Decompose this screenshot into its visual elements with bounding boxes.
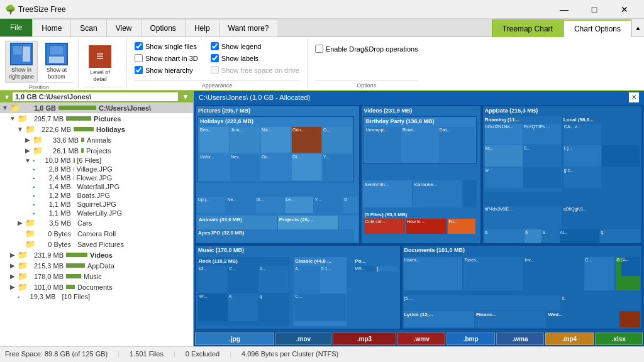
tab-options[interactable]: Options xyxy=(141,19,185,36)
enable-drag-drop-label[interactable]: Enable Drag&Drop operations xyxy=(326,45,418,53)
tm-karaoke[interactable]: Karaoke... xyxy=(413,180,462,208)
tm-ne[interactable]: Ne... xyxy=(226,197,254,213)
tree-item[interactable]: ▼ 📁 1,0 GB C:\Users\Jones\ xyxy=(0,102,193,113)
legend-wma[interactable]: .wma xyxy=(496,332,544,345)
tree-item[interactable]: ▼ ▪ 10,0 MB [6 Files] xyxy=(0,156,193,165)
tab-home[interactable]: Home xyxy=(32,19,70,36)
tm-apes[interactable]: ApesJPG (32,6 MB) xyxy=(197,229,354,243)
show-hierarchy-label[interactable]: Show hierarchy xyxy=(145,67,193,74)
tm-y[interactable]: Y... xyxy=(323,154,352,180)
tree-item[interactable]: ▼ 📁 222,6 MB Holidays xyxy=(0,124,193,134)
tree-item[interactable]: ▶ 📁 33,6 MB Animals xyxy=(0,134,193,145)
minimize-button[interactable]: — xyxy=(550,0,579,19)
tm-grin[interactable]: Grin... xyxy=(292,127,321,153)
show-single-files-label[interactable]: Show single files xyxy=(145,43,197,50)
tm-o[interactable]: O... xyxy=(323,127,352,153)
tree-item[interactable]: ▶ 📁 26,1 MB Projects xyxy=(0,145,193,156)
tm-nev[interactable]: Nev... xyxy=(230,154,260,180)
show-legend-label[interactable]: Show legend xyxy=(221,43,262,50)
tm-le[interactable]: Le... xyxy=(285,197,313,213)
legend-mp4[interactable]: .mp4 xyxy=(545,332,593,345)
tree-scroll-btn[interactable]: ▼ xyxy=(182,92,189,101)
tm-taxes[interactable]: Taxes... xyxy=(464,257,523,290)
tree-item[interactable]: ▶ 📁 215,3 MB AppData xyxy=(0,260,193,271)
tm-classic[interactable]: Classic (44,8 ... A... 5 1... C... xyxy=(294,257,347,326)
tm-g[interactable]: G... xyxy=(256,197,284,213)
tab-view[interactable]: View xyxy=(106,19,141,36)
tm-bea[interactable]: Bea... xyxy=(199,127,229,153)
tree-item[interactable]: ▪ 1,4 MB Waterfall.JPG xyxy=(0,182,193,191)
tree-item[interactable]: 📁 0 Bytes Saved Pictures xyxy=(0,239,193,250)
tree-item[interactable]: ▶ 📁 178,0 MB Music xyxy=(0,271,193,282)
show-hierarchy-checkbox[interactable] xyxy=(135,66,143,74)
ribbon-scroll-up[interactable]: ▲ xyxy=(631,19,644,36)
tab-treemap-chart[interactable]: Treemap Chart xyxy=(492,19,564,37)
tm-financ[interactable]: Financ... xyxy=(475,311,546,327)
show-in-right-pane-button[interactable]: Show inright pane xyxy=(5,41,38,82)
show-chart-3d-label[interactable]: Show chart in 3D xyxy=(145,55,198,62)
show-labels-label[interactable]: Show labels xyxy=(221,55,258,62)
close-button[interactable]: ✕ xyxy=(610,0,639,19)
tree-item[interactable]: ▪ 1,1 MB Squirrel.JPG xyxy=(0,200,193,209)
level-of-detail-button[interactable]: ≡ Level of detail xyxy=(84,43,116,85)
tree-item[interactable]: ▶ 📁 3,5 MB Cars xyxy=(0,217,193,228)
tree-item[interactable]: ▪ 1,2 MB Boats.JPG xyxy=(0,191,193,200)
tab-chart-options[interactable]: Chart Options xyxy=(564,19,631,37)
tree-item[interactable]: ▼ 📁 295,7 MB Pictures xyxy=(0,113,193,124)
tm-birthday[interactable]: Birthday Party (136,6 MB) Unwrappi... Bl… xyxy=(363,116,477,164)
tab-scan[interactable]: Scan xyxy=(70,19,106,36)
tm-rock[interactable]: Rock (110,2 MB) k3... C... J... Ψr... K … xyxy=(197,257,289,326)
tm-d[interactable]: D xyxy=(343,197,358,213)
tm-insura[interactable]: Insura... xyxy=(404,257,463,290)
tm-music[interactable]: Music (178,0 MB) Rock (110,2 MB) k3... C… xyxy=(195,244,401,330)
enable-drag-drop-checkbox[interactable] xyxy=(315,45,323,53)
legend-wmv[interactable]: .wmv xyxy=(397,332,445,345)
tree-item[interactable]: ▪ 19,3 MB [10 Files] xyxy=(0,292,193,301)
legend-mp3[interactable]: .mp3 xyxy=(333,332,396,345)
maximize-button[interactable]: □ xyxy=(580,0,609,19)
tm-nic[interactable]: Nic... xyxy=(261,127,291,153)
tree-item[interactable]: 📁 0 Bytes Camera Roll xyxy=(0,228,193,239)
tm-pictures[interactable]: Pictures (295,7 MB) Holidays (222,6 MB) … xyxy=(195,105,360,244)
show-right-label: Show inright pane xyxy=(9,67,34,80)
tm-gi[interactable]: Gi... xyxy=(292,154,321,180)
tm-small2[interactable] xyxy=(619,311,640,327)
show-at-bottom-button[interactable]: Show atbottom xyxy=(40,41,73,82)
show-chart-3d-checkbox[interactable] xyxy=(135,54,143,62)
tm-documents[interactable]: Documents (101,0 MB) Insura... Taxes... … xyxy=(401,244,643,330)
legend-mov[interactable]: .mov xyxy=(275,332,331,345)
tm-wed[interactable]: Wed... xyxy=(547,311,618,327)
tm-y2[interactable]: Y... xyxy=(314,197,342,213)
show-labels-checkbox[interactable] xyxy=(211,54,219,62)
legend-xlsx[interactable]: .xlsx xyxy=(595,332,643,345)
show-free-space-checkbox[interactable] xyxy=(211,66,219,74)
tm-po[interactable]: Po... MS... [... xyxy=(353,257,398,326)
tm-5files[interactable]: [5 Files] (95,3 MB) Cute cat... How to .… xyxy=(363,211,477,241)
tm-c[interactable]: C... xyxy=(584,257,614,290)
tm-swimming[interactable]: Swimmin... xyxy=(363,180,411,208)
tree-item[interactable]: ▶ 📁 101,0 MB Documents xyxy=(0,282,193,292)
treemap-close-button[interactable]: ✕ xyxy=(629,92,639,102)
tm-up[interactable]: Up.j... xyxy=(197,197,225,213)
tab-help[interactable]: Help xyxy=(185,19,219,36)
show-single-files-checkbox[interactable] xyxy=(135,42,143,50)
legend-jpg[interactable]: .jpg xyxy=(195,332,274,345)
tm-inv[interactable]: Inv... xyxy=(524,257,583,290)
tree-item[interactable]: ▪ 2,8 MB Village.JPG xyxy=(0,165,193,173)
tab-want-more[interactable]: Want more? xyxy=(219,19,278,36)
tree-item[interactable]: ▪ 2,4 MB Flower.JPG xyxy=(0,173,193,182)
show-legend-checkbox[interactable] xyxy=(211,42,219,50)
tree-item[interactable]: ▪ 1,1 MB WaterLilly.JPG xyxy=(0,209,193,217)
tm-appdata[interactable]: AppData (215,3 MB) Roaming (11... hOoJ2N… xyxy=(482,105,643,244)
tm-unfor[interactable]: Unfor... xyxy=(199,154,229,180)
tree-item[interactable]: ▶ 📁 231,9 MB Videos xyxy=(0,250,193,260)
tm-lyrics[interactable]: Lyrics (12,... xyxy=(404,311,474,327)
tm-jum[interactable]: Jum... xyxy=(230,127,260,153)
tm-roaming[interactable]: Roaming (11... hOoJ2N1Na... FsYQTJPs ...… xyxy=(484,116,562,192)
tm-local[interactable]: Local (98,6... CA... z... i. j... g z... xyxy=(563,116,640,192)
tm-videos[interactable]: Videos (231,9 MB) Birthday Party (136,6 … xyxy=(360,105,481,244)
tab-file[interactable]: File xyxy=(0,19,32,36)
legend-bmp[interactable]: .bmp xyxy=(447,332,494,345)
tm-holidays[interactable]: Holidays (222,6 MB) Bea... Jum... Nic...… xyxy=(197,116,354,182)
tm-go[interactable]: Go... xyxy=(261,154,291,180)
